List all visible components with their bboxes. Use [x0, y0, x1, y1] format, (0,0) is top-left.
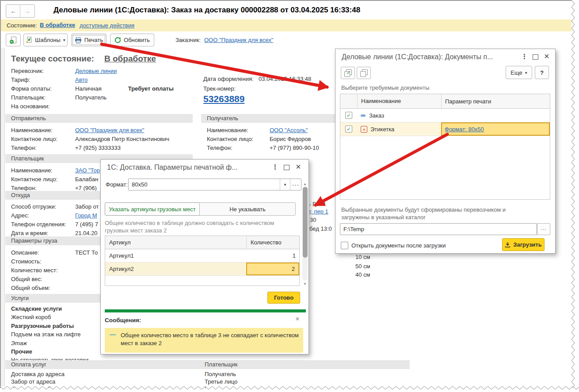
templates-button[interactable]: Шаблоны ▾ — [23, 34, 68, 46]
field-label: Адрес: — [11, 212, 75, 219]
field-label: Общий вес: — [11, 276, 75, 282]
print-button[interactable]: Печать — [71, 34, 107, 46]
print-label: Печать — [84, 37, 103, 43]
field-label: Контактное лицо: — [11, 176, 75, 183]
format-browse-button[interactable]: ... — [290, 179, 301, 190]
print-dialog-title: 1С: Доставка. Параметры печатной ф... — [107, 164, 266, 171]
format-param-cell[interactable]: Формат: 80x50 — [441, 122, 550, 136]
download-path-input[interactable]: F:\Temp — [340, 223, 537, 235]
clear-flags-icon — [360, 69, 368, 77]
messages-splitter[interactable] — [105, 309, 306, 312]
tariff-link[interactable]: Авто — [75, 76, 88, 83]
format-combo[interactable]: 80x50 ▾ ... — [128, 179, 301, 190]
field-label: Дата и время: — [11, 230, 75, 236]
kebab-menu-icon[interactable]: ⋮ — [272, 164, 278, 170]
covered-text-fragment: бед 13:0 — [309, 225, 332, 232]
help-label: ? — [540, 69, 544, 76]
covered-text-fragment: , р а — [309, 200, 325, 206]
dimension-fragment: 50 см — [355, 263, 370, 270]
browse-path-button[interactable]: ... — [537, 223, 550, 235]
field-label: Плательщик: — [11, 94, 75, 101]
refresh-button[interactable]: Обновить — [110, 34, 154, 46]
document-row-order[interactable]: ✓ Заказ — [340, 109, 550, 122]
from-address-link[interactable]: Город М — [75, 212, 97, 219]
scroll-up-icon[interactable]: ▲ — [303, 183, 307, 186]
documents-dialog-title: Деловые линии (1С:Доставка): Документы п… — [342, 53, 518, 61]
carrier-link[interactable]: Деловые линии — [75, 68, 117, 74]
customer-link[interactable]: ООО "Праздник для всех" — [204, 37, 273, 43]
download-path-value: F:\Temp — [340, 226, 364, 232]
status-label: Состояние: — [7, 22, 37, 29]
payer-value: Получатель — [75, 94, 107, 101]
format-param-link[interactable]: Формат: 80x50 — [442, 126, 484, 133]
sku-row-selected[interactable]: Артикул2 2 — [105, 263, 299, 276]
scroll-down-icon[interactable]: ▼ — [303, 282, 307, 286]
specify-sku-button[interactable]: Указать артикулы грузовых мест — [105, 202, 200, 216]
sku-row[interactable]: Артикул1 1 — [105, 249, 299, 263]
templates-icon — [26, 37, 32, 43]
field-label: Тариф: — [11, 76, 75, 83]
payment-col-service: Оплата услуг — [11, 361, 205, 368]
format-dropdown-button[interactable]: ▾ — [280, 179, 290, 190]
track-number-link[interactable]: 53263889 — [203, 94, 244, 104]
sender-name-link[interactable]: ООО "Праздник для всех" — [75, 127, 144, 133]
format-value: 80x50 — [129, 179, 280, 190]
col-header-qty[interactable]: Количество — [246, 236, 299, 249]
field-label: Контактное лицо: — [11, 136, 75, 142]
col-header-sku[interactable]: Артикул — [105, 239, 246, 246]
help-button[interactable]: ? — [535, 66, 549, 79]
printer-icon — [75, 37, 82, 43]
receiver-name-link[interactable]: ООО "Ассоль" — [270, 127, 308, 133]
not-specify-label: Не указывать — [229, 206, 266, 213]
forward-button[interactable]: → — [20, 5, 34, 17]
download-note-line2: загружены в указанный каталог — [341, 214, 426, 221]
available-actions-link[interactable]: доступные действия — [80, 22, 134, 29]
close-icon[interactable]: × — [296, 162, 301, 171]
clear-all-flags-button[interactable] — [357, 67, 371, 79]
left-scroll-gutter[interactable] — [1, 48, 5, 386]
col-header-param[interactable]: Параметр печати — [442, 98, 550, 105]
sku-qty-cell-selected[interactable]: 2 — [246, 263, 299, 275]
done-button[interactable]: Готово — [267, 292, 300, 304]
download-button[interactable]: Загрузить — [502, 238, 545, 251]
covered-address-fragment[interactable]: г, пер 1 — [309, 208, 328, 215]
order-checkbox[interactable]: ✓ — [345, 112, 352, 119]
messages-close-icon[interactable]: × — [295, 315, 300, 323]
status-link[interactable]: В обработке — [40, 22, 75, 28]
dialog-scrollbar[interactable] — [302, 187, 308, 281]
sender-contact: Александров Петр Константинович — [75, 136, 169, 142]
dimension-fragment: 40 см — [355, 271, 370, 278]
ellipsis-icon: ... — [292, 179, 299, 187]
screenshot-root: ← → Деловые линии (1С:Доставка): Заказ н… — [0, 0, 579, 392]
refresh-label: Обновить — [124, 37, 150, 43]
not-specify-button[interactable]: Не указывать — [199, 202, 296, 216]
table-row: Доставка до адресаПолучатель — [11, 370, 410, 378]
sku-name: Артикул2 — [105, 266, 246, 272]
back-button[interactable]: ← — [7, 5, 20, 17]
maximize-icon[interactable] — [284, 165, 290, 170]
back-icon: ← — [11, 8, 16, 15]
message-box[interactable]: — Общее количество место в таблице 3 не … — [105, 328, 303, 353]
specify-sku-label: Указать артикулы грузовых мест — [109, 206, 195, 213]
col-header-name[interactable]: Наименование — [358, 94, 442, 108]
payer-name-link[interactable]: ЗАО "Тор — [75, 167, 100, 174]
document-row-label[interactable]: ✓ Этикетка Формат: 80x50 — [340, 122, 550, 136]
open-after-checkbox[interactable] — [341, 242, 348, 249]
current-state-label: Текущее состояние: — [11, 54, 94, 64]
more-dropdown-icon: ▾ — [525, 70, 527, 75]
kebab-menu-icon[interactable]: ⋮ — [521, 53, 528, 60]
dimension-fragment: 10 см — [355, 254, 370, 260]
set-all-flags-button[interactable]: ✓ — [341, 67, 355, 79]
close-icon[interactable]: × — [544, 52, 549, 61]
date-label: Дата оформления: — [203, 76, 254, 82]
label-checkbox[interactable]: ✓ — [345, 126, 352, 133]
message-text-line1: Общее количество место в таблице 3 не со… — [121, 332, 299, 339]
new-report-button[interactable]: + — [6, 34, 21, 46]
cargo-description: ТЕСТ То — [75, 249, 98, 256]
track-label: Трек-номер: — [203, 85, 236, 92]
maximize-icon[interactable] — [533, 54, 538, 60]
more-button[interactable]: Еще ▾ — [506, 66, 532, 79]
scrollbar-thumb[interactable] — [303, 187, 308, 258]
qty-hint-line2: грузовых мест заказа 2 — [105, 227, 167, 234]
current-state-value: В обработке — [104, 54, 156, 64]
